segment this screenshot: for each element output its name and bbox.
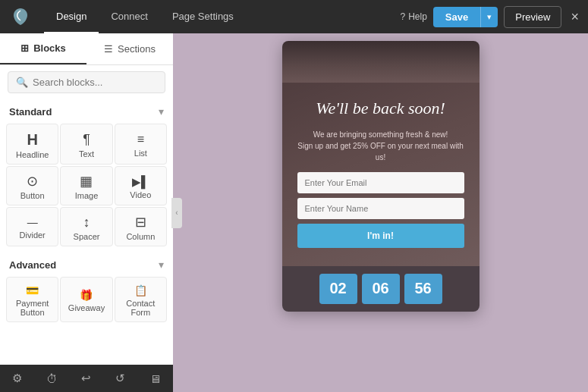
countdown-seconds: 56 bbox=[404, 274, 442, 304]
block-contact-form[interactable]: 📋 Contact Form bbox=[115, 277, 167, 322]
settings-icon[interactable]: ⚙ bbox=[8, 367, 27, 390]
button-icon: ⊙ bbox=[27, 174, 38, 188]
advanced-collapse-icon: ▾ bbox=[159, 259, 164, 271]
payment-label: Payment Button bbox=[10, 299, 55, 317]
headline-icon: H bbox=[27, 132, 37, 147]
nav-actions: ? Help Save ▾ Preview × bbox=[400, 6, 579, 28]
phone-hero: We'll be back soon! We are bringing some… bbox=[282, 83, 480, 266]
block-video[interactable]: ▶▌ Video bbox=[115, 166, 167, 205]
save-dropdown-button[interactable]: ▾ bbox=[480, 7, 498, 27]
sections-tab-icon: ☰ bbox=[104, 43, 113, 55]
advanced-blocks-grid: 💳 Payment Button 🎁 Giveaway 📋 Contact Fo… bbox=[0, 277, 173, 328]
text-icon: ¶ bbox=[83, 133, 90, 146]
help-icon: ? bbox=[400, 11, 405, 22]
advanced-section-title: Advanced bbox=[9, 259, 56, 271]
list-label: List bbox=[134, 149, 147, 158]
standard-section-title: Standard bbox=[9, 106, 52, 118]
undo-icon[interactable]: ↩ bbox=[77, 367, 96, 390]
block-giveaway[interactable]: 🎁 Giveaway bbox=[60, 277, 112, 322]
countdown-minutes: 06 bbox=[362, 274, 400, 304]
save-button[interactable]: Save bbox=[433, 7, 480, 27]
column-icon: ⊟ bbox=[135, 215, 146, 229]
divider-label: Divider bbox=[20, 230, 46, 240]
search-area: 🔍 bbox=[0, 65, 173, 99]
contact-form-label: Contact Form bbox=[118, 299, 163, 317]
tab-blocks[interactable]: ⊞ Blocks bbox=[0, 33, 86, 64]
block-headline[interactable]: H Headline bbox=[6, 124, 58, 165]
block-button[interactable]: ⊙ Button bbox=[6, 166, 58, 205]
hero-subtitle: We are bringing something fresh & new! S… bbox=[297, 129, 464, 163]
advanced-section-header[interactable]: Advanced ▾ bbox=[0, 252, 173, 277]
sidebar-collapse-handle[interactable]: ‹ bbox=[171, 198, 182, 228]
giveaway-label: Giveaway bbox=[68, 303, 105, 312]
phone-preview: We'll be back soon! We are bringing some… bbox=[282, 41, 480, 312]
hero-line2: Sign up and get 25% OFF on your next mea… bbox=[297, 142, 463, 162]
blocks-tab-icon: ⊞ bbox=[20, 42, 29, 54]
standard-section-header[interactable]: Standard ▾ bbox=[0, 99, 173, 124]
help-label: Help bbox=[408, 11, 427, 22]
countdown-row: 02 06 56 bbox=[282, 266, 480, 312]
text-label: Text bbox=[79, 149, 94, 158]
device-icon[interactable]: 🖥 bbox=[145, 368, 165, 390]
sidebar: ⊞ Blocks ☰ Sections 🔍 Standard ▾ H Headl… bbox=[0, 33, 173, 392]
cta-button[interactable]: I'm in! bbox=[297, 224, 464, 248]
giveaway-icon: 🎁 bbox=[80, 290, 93, 300]
help-button[interactable]: ? Help bbox=[400, 11, 426, 22]
nav-tab-page-settings[interactable]: Page Settings bbox=[160, 0, 246, 33]
hero-title: We'll be back soon! bbox=[297, 98, 464, 120]
spacer-label: Spacer bbox=[74, 232, 100, 241]
image-label: Image bbox=[75, 191, 99, 200]
nav-tab-connect[interactable]: Connect bbox=[99, 0, 159, 33]
list-icon: ≡ bbox=[137, 133, 144, 146]
collapse-arrow-icon: ‹ bbox=[175, 209, 178, 217]
block-list[interactable]: ≡ List bbox=[115, 124, 167, 165]
payment-icon: 💳 bbox=[26, 285, 39, 296]
countdown-hours: 02 bbox=[319, 274, 357, 304]
close-button[interactable]: × bbox=[571, 9, 579, 25]
logo bbox=[9, 5, 32, 28]
video-icon: ▶▌ bbox=[132, 176, 149, 187]
bottom-toolbar: ⚙ ⏱ ↩ ↺ 🖥 bbox=[0, 365, 173, 392]
block-column[interactable]: ⊟ Column bbox=[115, 207, 167, 246]
main-area: We'll be back soon! We are bringing some… bbox=[173, 33, 588, 392]
block-payment[interactable]: 💳 Payment Button bbox=[6, 277, 58, 322]
button-label: Button bbox=[20, 191, 45, 200]
nav-tab-design[interactable]: Design bbox=[44, 0, 99, 33]
nav-tabs: Design Connect Page Settings bbox=[44, 0, 400, 33]
standard-blocks-grid: H Headline ¶ Text ≡ List ⊙ Button ▦ Imag… bbox=[0, 124, 173, 252]
blocks-content: Standard ▾ H Headline ¶ Text ≡ List ⊙ Bu… bbox=[0, 99, 173, 392]
search-input[interactable] bbox=[33, 77, 157, 88]
email-input[interactable] bbox=[297, 172, 464, 193]
block-divider[interactable]: — Divider bbox=[6, 207, 58, 246]
block-text[interactable]: ¶ Text bbox=[60, 124, 112, 165]
sidebar-tabs: ⊞ Blocks ☰ Sections bbox=[0, 33, 173, 65]
hero-content: We'll be back soon! We are bringing some… bbox=[297, 98, 464, 248]
tab-sections[interactable]: ☰ Sections bbox=[86, 33, 173, 64]
block-spacer[interactable]: ↕ Spacer bbox=[60, 207, 112, 246]
top-nav: Design Connect Page Settings ? Help Save… bbox=[0, 0, 588, 33]
image-icon: ▦ bbox=[80, 174, 93, 188]
search-icon: 🔍 bbox=[16, 77, 28, 88]
history-icon[interactable]: ⏱ bbox=[42, 368, 62, 390]
sections-tab-label: Sections bbox=[118, 43, 156, 55]
blocks-tab-label: Blocks bbox=[33, 42, 66, 54]
search-input-wrap: 🔍 bbox=[8, 71, 165, 93]
standard-collapse-icon: ▾ bbox=[159, 105, 164, 118]
name-input[interactable] bbox=[297, 198, 464, 219]
column-label: Column bbox=[126, 232, 155, 241]
headline-label: Headline bbox=[16, 150, 49, 159]
redo-icon[interactable]: ↺ bbox=[111, 367, 130, 390]
phone-top-bar bbox=[282, 41, 480, 83]
divider-icon: — bbox=[27, 217, 38, 227]
preview-button[interactable]: Preview bbox=[504, 6, 561, 28]
spacer-icon: ↕ bbox=[83, 215, 90, 229]
hero-line1: We are bringing something fresh & new! bbox=[313, 130, 448, 139]
save-btn-group: Save ▾ bbox=[433, 7, 498, 27]
video-label: Video bbox=[130, 190, 151, 199]
block-image[interactable]: ▦ Image bbox=[60, 166, 112, 205]
hero-form: I'm in! bbox=[297, 172, 464, 248]
contact-form-icon: 📋 bbox=[134, 285, 147, 296]
